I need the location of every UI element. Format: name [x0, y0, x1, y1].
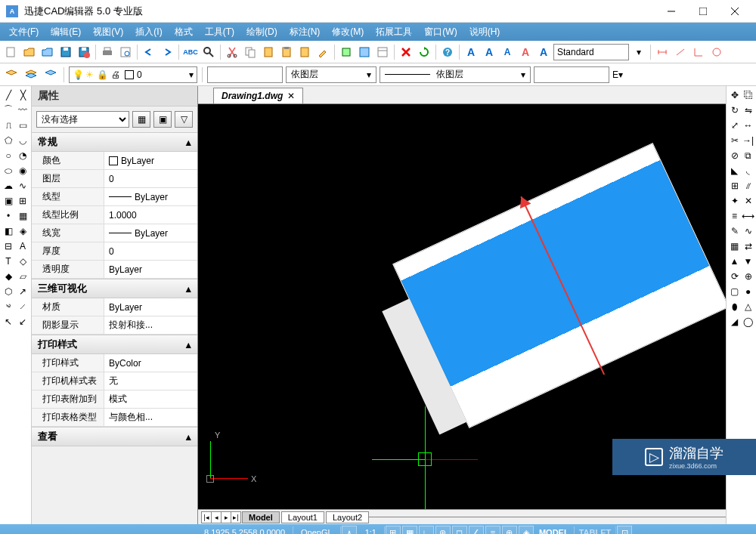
prop-color-value[interactable]: ByLayer [104, 152, 197, 169]
menu-dimension[interactable]: 标注(N) [284, 23, 327, 41]
menu-format[interactable]: 格式 [169, 23, 199, 41]
polar-icon[interactable]: ⊛ [435, 526, 451, 534]
pedit-icon[interactable]: ✎ [728, 224, 741, 238]
help-icon[interactable]: ? [439, 44, 456, 60]
ellipse-icon[interactable]: ⬭ [2, 163, 15, 177]
cylinder-icon[interactable]: ⬮ [728, 299, 741, 313]
gradient-icon[interactable]: ◧ [2, 224, 15, 238]
linetype-sample[interactable] [207, 66, 283, 83]
otrack-icon[interactable]: ∠ [469, 526, 484, 534]
arc-icon[interactable]: ⌒ [2, 103, 15, 117]
align-icon[interactable]: ≡ [728, 208, 741, 223]
coords-display[interactable]: 8.1925,5.2558,0.0000 [197, 526, 293, 534]
find-icon[interactable] [200, 44, 217, 60]
sphere-icon[interactable]: ● [742, 284, 754, 298]
snap-icon[interactable]: ⊞ [386, 526, 401, 534]
move-icon[interactable]: ✥ [728, 88, 741, 102]
array-icon[interactable]: ⊞ [728, 178, 741, 193]
print-icon[interactable] [99, 44, 116, 60]
tab-close-icon[interactable]: ✕ [287, 91, 295, 101]
close-button[interactable] [720, 1, 750, 22]
lengthen-icon[interactable]: ⟷ [742, 208, 754, 223]
prop-plottable-value[interactable]: 无 [104, 372, 197, 390]
open-icon[interactable] [21, 44, 38, 60]
delete-icon[interactable] [398, 44, 414, 60]
menu-draw[interactable]: 绘制(D) [240, 23, 284, 41]
3dface-icon[interactable]: ▱ [16, 269, 29, 283]
plotstyle-input[interactable] [534, 66, 609, 83]
splinedit-icon[interactable]: ∿ [742, 224, 754, 238]
prop-plotstyle-value[interactable]: ByColor [104, 354, 197, 372]
text-a3-icon[interactable]: A [517, 44, 534, 60]
section-general[interactable]: 常规▴ [32, 132, 197, 152]
lwt-icon[interactable]: ≡ [485, 526, 500, 534]
status-end-icon[interactable]: ⊡ [617, 526, 632, 534]
circle-icon[interactable]: ○ [2, 148, 15, 162]
box-icon[interactable]: ▢ [728, 284, 741, 298]
polyline-icon[interactable]: ⎍ [2, 118, 15, 132]
prop-plotattach-value[interactable]: 模式 [104, 390, 197, 408]
selection-select[interactable]: 没有选择 [36, 111, 129, 128]
redo-icon[interactable] [159, 44, 175, 60]
layout-tab-1[interactable]: Layout1 [281, 511, 324, 523]
layer-manager-icon[interactable] [3, 66, 20, 83]
erase-icon[interactable]: ✕ [742, 193, 754, 208]
scale-display[interactable]: 1:1 [358, 526, 385, 534]
dim-angular-icon[interactable] [690, 44, 707, 60]
layer-color-swatch[interactable] [125, 70, 134, 79]
quickselect-icon[interactable]: ▦ [132, 111, 150, 128]
dim-aligned-icon[interactable] [672, 44, 689, 60]
menu-insert[interactable]: 插入(I) [129, 23, 168, 41]
mirror-icon[interactable]: ⇋ [742, 103, 754, 117]
menu-window[interactable]: 窗口(W) [418, 23, 463, 41]
layer-name[interactable]: 0 [137, 69, 142, 80]
hatchedit-icon[interactable]: ▦ [728, 239, 741, 253]
menu-edit[interactable]: 编辑(E) [45, 23, 87, 41]
front-icon[interactable]: ▲ [728, 254, 741, 268]
lineweight-select[interactable]: 依图层▾ [380, 66, 531, 83]
line-icon[interactable]: ╱ [2, 88, 15, 102]
section-plot[interactable]: 打印样式▴ [32, 335, 197, 354]
copyclip-icon[interactable] [260, 44, 277, 60]
layout-tab-model[interactable]: Model [242, 511, 280, 523]
reverse-icon[interactable]: ⇄ [742, 239, 754, 253]
renderer-display[interactable]: OpenGL [293, 526, 341, 534]
open-dwg-icon[interactable] [39, 44, 56, 60]
fillet-icon[interactable]: ◟ [742, 163, 754, 177]
pickadd-icon[interactable]: ▣ [153, 111, 172, 128]
plot-icon[interactable]: 🖨 [111, 69, 120, 80]
section-viewsec[interactable]: 查看▴ [32, 427, 197, 446]
prop-ltscale-value[interactable]: 1.0000 [104, 206, 197, 224]
menu-tools[interactable]: 工具(T) [199, 23, 240, 41]
arc2-icon[interactable]: ◡ [16, 133, 29, 147]
cut-icon[interactable] [224, 44, 240, 60]
maximize-button[interactable] [688, 1, 718, 22]
spell-icon[interactable]: ABC [182, 44, 199, 60]
minimize-button[interactable] [656, 1, 686, 22]
dyn-icon[interactable]: ⊕ [502, 526, 517, 534]
rotate-icon[interactable]: ↻ [728, 103, 741, 117]
model-toggle[interactable]: MODEL [534, 526, 575, 534]
preview-icon[interactable] [117, 44, 134, 60]
block-icon[interactable]: ▣ [2, 193, 15, 208]
document-tab[interactable]: Drawing1.dwg ✕ [213, 88, 303, 103]
ortho-icon[interactable]: ∟ [419, 526, 434, 534]
bylayer-dropdown[interactable]: E▾ [612, 69, 623, 80]
qp-icon[interactable]: ◈ [519, 526, 534, 534]
paste-icon[interactable] [278, 44, 295, 60]
back-icon[interactable]: ▼ [742, 254, 754, 268]
new-icon[interactable] [3, 44, 20, 60]
ellipse-arc-icon[interactable]: ◔ [16, 148, 29, 162]
revision-icon[interactable]: ☁ [2, 178, 15, 193]
layout-next-icon[interactable]: ▸ [221, 511, 231, 523]
wipeout-icon[interactable]: ◇ [16, 254, 29, 268]
text-icon[interactable]: T [2, 254, 15, 268]
save-icon[interactable] [57, 44, 74, 60]
leader-icon[interactable]: ↙ [16, 314, 29, 329]
offset-icon[interactable]: ⫽ [742, 178, 754, 193]
filter-icon[interactable]: ▽ [175, 111, 193, 128]
trim-icon[interactable]: ✂ [728, 133, 741, 147]
bulb-on-icon[interactable]: 💡 [73, 69, 84, 80]
text-style-input[interactable] [553, 44, 629, 60]
annotation-icon[interactable]: ⋏ [342, 526, 357, 534]
